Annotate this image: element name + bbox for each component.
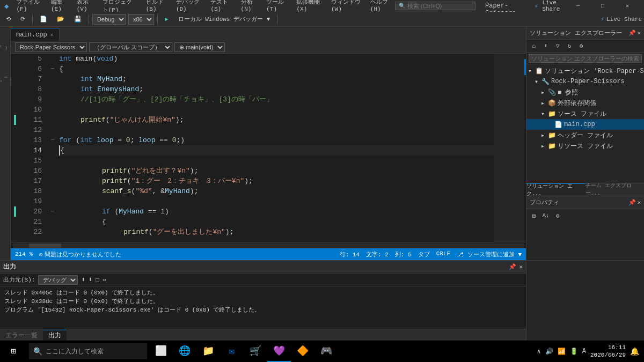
start-button[interactable]: ⊞: [0, 341, 27, 362]
tree-project[interactable]: ▼ 🔧 Rock-Paper-Scissors: [526, 76, 644, 87]
output-btn-1[interactable]: ⬆: [81, 276, 85, 284]
code-line-17[interactable]: printf ( "1：グー 2：チョキ 3：パー¥n" );: [59, 176, 494, 186]
code-line-21[interactable]: {: [59, 217, 494, 227]
code-content[interactable]: int main( void ) { int MyHand: [59, 54, 494, 242]
tab-output[interactable]: 出力: [43, 330, 67, 341]
file-path-select[interactable]: Rock-Paper-Scissors: [15, 42, 87, 52]
sidebar-tab-2[interactable]: チーム: [1, 61, 10, 93]
debugger-select-label[interactable]: ローカル Windows デバッガー ▼: [174, 13, 274, 25]
toolbar-btn-save[interactable]: 💾: [70, 14, 85, 24]
tree-source-files[interactable]: ▼ 📁 ソース ファイル: [526, 108, 644, 119]
props-category-icon[interactable]: ⊞: [529, 211, 539, 220]
sol-exp-nav-icon[interactable]: ⬆: [540, 41, 551, 51]
code-line-11[interactable]: printf ( "じゃんけん開始¥n" );: [59, 115, 494, 125]
output-btn-clear[interactable]: ☐: [96, 276, 99, 284]
scope-select[interactable]: （グローバル スコープ）: [89, 42, 172, 52]
tray-battery-icon[interactable]: 🔋: [569, 348, 579, 356]
debug-mode-select[interactable]: Debug: [92, 14, 126, 25]
live-share-toolbar[interactable]: ⚡ Live Share: [601, 16, 642, 23]
notification-icon[interactable]: 🔔: [629, 341, 640, 362]
props-alpha-icon[interactable]: A↓: [540, 211, 551, 220]
tree-main-cpp[interactable]: 📄 main.cpp: [526, 119, 644, 130]
props-settings-icon[interactable]: ⚙: [552, 211, 563, 220]
output-btn-2[interactable]: ⬇: [89, 276, 92, 284]
code-line-18[interactable]: scanf_s ( "%d" , & MyHand );: [59, 186, 494, 196]
h-scroll-thumb[interactable]: [29, 243, 61, 248]
global-search[interactable]: 🔍: [395, 2, 475, 10]
sol-exp-tab[interactable]: ソリューション エク...: [526, 183, 586, 195]
tree-solution[interactable]: ▼ 📋 ソリューション 'Rock-Paper-Scissors': [526, 65, 644, 76]
no-issues[interactable]: ⊙ 問題は見つかりませんでした: [39, 250, 121, 258]
code-line-9[interactable]: //[1]の時「グー」、[2]の時「チョキ」、[3]の時「パー」: [59, 94, 494, 105]
collapse-20-icon[interactable]: ─: [51, 209, 54, 215]
code-line-7[interactable]: int MyHand ;: [59, 74, 494, 84]
code-line-20[interactable]: if ( MyHand == 1 ): [59, 206, 494, 217]
output-pin-icon[interactable]: 📌: [507, 263, 518, 270]
toolbar-btn-redo[interactable]: ⟳: [17, 14, 29, 24]
taskbar-app-mail[interactable]: ✉: [220, 341, 244, 362]
code-line-13[interactable]: for ( int loop = 0 ; loop == 0 ;): [59, 135, 494, 145]
sol-exp-close-icon[interactable]: ✕: [637, 29, 641, 36]
col-20[interactable]: ─: [46, 206, 59, 217]
sol-exp-filter-icon[interactable]: ▽: [552, 41, 563, 51]
taskbar-app-vs[interactable]: 💜: [267, 341, 291, 362]
live-share-label[interactable]: Live Share: [542, 0, 561, 12]
sol-exp-pin-icon[interactable]: 📌: [628, 29, 636, 36]
taskbar-app-explorer[interactable]: 📁: [196, 341, 220, 362]
close-button[interactable]: ✕: [615, 0, 640, 12]
toolbar-btn-open[interactable]: 📂: [53, 14, 68, 24]
code-line-12[interactable]: [59, 125, 494, 135]
tray-chevron-icon[interactable]: ∧: [536, 348, 542, 356]
taskbar-app-xbox[interactable]: 🎮: [314, 341, 338, 362]
code-line-8[interactable]: int EnemysHand ;: [59, 84, 494, 94]
sol-exp-search[interactable]: [526, 53, 644, 64]
collapse-13-icon[interactable]: ─: [51, 137, 54, 143]
source-control-btn[interactable]: ⎇ ソース管理に追加 ▼: [457, 250, 522, 258]
output-source-select[interactable]: デバッグ: [38, 275, 78, 285]
tab-main-cpp[interactable]: main.cpp ✕: [11, 28, 60, 41]
sol-exp-home-icon[interactable]: ⌂: [529, 41, 539, 51]
toolbar-btn-play[interactable]: ▶: [161, 14, 172, 24]
collapse-6-icon[interactable]: ─: [51, 66, 54, 72]
tree-resource-files[interactable]: ▶ 📁 リソース ファイル: [526, 141, 644, 151]
tray-volume-icon[interactable]: 🔊: [544, 348, 554, 356]
taskbar-app-edge[interactable]: 🌐: [173, 341, 196, 362]
team-exp-tab[interactable]: チーム エクスプロー...: [586, 183, 645, 195]
props-pin-icon[interactable]: 📌: [628, 199, 636, 206]
col-13[interactable]: ─: [46, 135, 59, 145]
code-line-15[interactable]: [59, 156, 494, 166]
window-controls[interactable]: ─ □ ✕: [566, 0, 640, 12]
props-close-icon[interactable]: ✕: [637, 199, 641, 206]
output-close-icon[interactable]: ✕: [519, 263, 523, 270]
code-line-16[interactable]: printf ( "どれを出す？¥n" );: [59, 166, 494, 176]
location-select[interactable]: ⊕ main(void): [174, 42, 225, 52]
code-line-10[interactable]: [59, 105, 494, 115]
col-6[interactable]: ─: [46, 64, 59, 74]
code-line-19[interactable]: [59, 196, 494, 206]
tray-ime-icon[interactable]: A: [581, 348, 587, 355]
horizontal-scrollbar[interactable]: [11, 242, 526, 248]
sidebar-tab-1[interactable]: ソリュ: [1, 29, 10, 61]
sol-exp-settings-icon[interactable]: ⚙: [576, 41, 587, 51]
arch-select[interactable]: x86: [128, 14, 154, 25]
tree-references[interactable]: ▶ 📎 ■ 参照: [526, 87, 644, 98]
tree-header-files[interactable]: ▶ 📁 ヘッダー ファイル: [526, 130, 644, 141]
taskbar-app-task-view[interactable]: ⬜: [149, 341, 173, 362]
code-line-6[interactable]: {: [59, 64, 494, 74]
system-clock[interactable]: 16:11 2020/06/29: [590, 344, 626, 359]
tree-external-deps[interactable]: ▶ 📦 外部依存関係: [526, 98, 644, 108]
toolbar-btn-new[interactable]: 📄: [36, 14, 51, 24]
sol-exp-refresh-icon[interactable]: ↻: [564, 41, 575, 51]
taskbar-app-office[interactable]: 🔶: [291, 341, 314, 362]
toolbar-btn-undo[interactable]: ⟲: [2, 14, 14, 24]
code-line-5[interactable]: int main( void ): [59, 54, 494, 64]
code-line-14[interactable]: {: [59, 145, 494, 156]
taskbar-search-box[interactable]: 🔍 ここに入力して検索: [29, 343, 147, 359]
search-input[interactable]: [407, 3, 472, 9]
tray-network-icon[interactable]: 📶: [557, 348, 567, 356]
output-btn-wrap[interactable]: ⇔: [103, 276, 106, 284]
maximize-button[interactable]: □: [590, 0, 615, 12]
sol-exp-search-input[interactable]: [529, 54, 642, 63]
taskbar-app-store[interactable]: 🛒: [244, 341, 267, 362]
minimize-button[interactable]: ─: [566, 0, 590, 12]
